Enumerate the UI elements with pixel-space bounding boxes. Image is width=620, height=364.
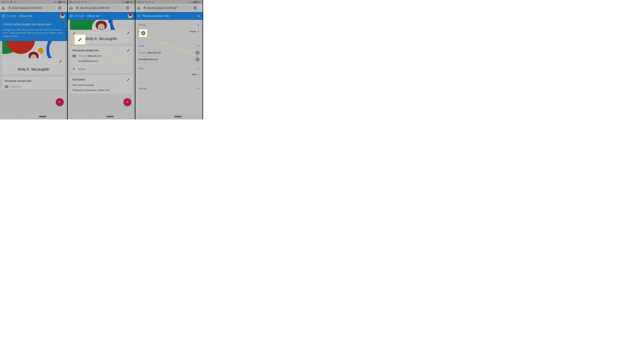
close-icon[interactable]	[137, 14, 140, 17]
remove-email-icon[interactable]	[196, 58, 199, 61]
ok-button[interactable]: OK	[197, 15, 201, 17]
battery-icon	[127, 1, 128, 3]
add-email-icon[interactable]: +	[197, 44, 199, 48]
status-battery: 56%	[62, 1, 65, 3]
email-input-2[interactable]: Email@email.com	[139, 58, 196, 61]
education-item: Polytechnic University of New York	[73, 89, 110, 92]
notif-dots-icon: •••	[6, 1, 9, 3]
url-bar[interactable]: aboutme.google.com/#Email=	[7, 5, 57, 11]
lock-icon	[9, 7, 11, 9]
fab-add-button[interactable]: +	[124, 98, 131, 106]
edit-contact-icon[interactable]	[126, 48, 131, 53]
lock-icon	[73, 67, 75, 71]
remove-email-icon[interactable]	[196, 51, 199, 55]
status-bar: 9:51 ••• 47° ••• ▼ 49%	[135, 0, 202, 4]
overflow-menu-icon[interactable]: ⋮	[63, 7, 66, 9]
battery-icon	[195, 1, 196, 3]
tab-count[interactable]: 42	[58, 6, 62, 10]
url-bar[interactable]: aboutme.google.com/#Email=	[142, 5, 192, 11]
add-chat-icon[interactable]: +	[197, 66, 199, 71]
home-icon[interactable]	[69, 6, 73, 10]
app-header: Google About me	[0, 12, 67, 20]
url-bar[interactable]: aboutme.google.com/#Email=	[74, 5, 124, 11]
edit-name-icon[interactable]	[126, 31, 131, 35]
hero-description: Changes you make here may show up with c…	[3, 28, 64, 38]
browser-toolbar: aboutme.google.com/#Email= 43 ⋮	[68, 4, 135, 12]
content-area: Control what people see about you Change…	[0, 20, 67, 114]
about-me-title: About me	[19, 14, 32, 18]
contact-info-card[interactable]: Personal contact info xxxxxxxxx	[2, 76, 65, 89]
edit-header: Personal contact info OK	[135, 12, 202, 20]
url-text: aboutme.google.com/#Email=	[12, 7, 42, 9]
nav-bar: ‹	[0, 114, 67, 120]
panel-1: 9:26 ••• 48° ••• ▼ 56% aboutme.google.co…	[0, 0, 68, 120]
status-bar: 9:51 ••• 47° ••• ▼ 49%	[68, 0, 135, 4]
nav-bar: ‹	[68, 114, 135, 120]
add-phone-icon[interactable]: +	[197, 23, 199, 27]
chevron-down-icon	[198, 31, 199, 32]
google-logo: Google	[75, 14, 84, 18]
home-icon[interactable]	[137, 6, 140, 10]
hamburger-icon[interactable]	[2, 15, 5, 17]
edit-form: Phone + Home Email + xxxxxxxx@gmail.com	[135, 20, 202, 114]
name-card: Molly K. McLaughlin	[70, 30, 133, 44]
status-time: 9:51	[69, 1, 73, 3]
overflow-menu-icon[interactable]: ⋮	[198, 7, 201, 9]
chat-label: Chat	[139, 67, 143, 70]
hidden-label: Hidden	[78, 68, 86, 71]
signal-icon	[124, 1, 126, 3]
url-text: aboutme.google.com/#Email=	[80, 7, 110, 9]
home-pill[interactable]	[174, 116, 182, 118]
email-section: Email + xxxxxxxx@gmail.com Email@email.c…	[135, 41, 202, 63]
panel-2: 9:51 ••• 47° ••• ▼ 49% aboutme.google.co…	[68, 0, 135, 120]
overflow-menu-icon[interactable]: ⋮	[131, 7, 133, 9]
contact-info-title: Personal contact info	[70, 46, 133, 53]
status-bar: 9:26 ••• 48° ••• ▼ 56%	[0, 0, 67, 4]
cover-art	[70, 20, 133, 30]
back-button[interactable]: ‹	[89, 115, 90, 118]
app-header: Google About me	[68, 12, 135, 20]
about-me-title: About me	[87, 14, 100, 18]
visibility-row[interactable]: Hidden	[70, 65, 133, 73]
remove-phone-icon[interactable]	[139, 30, 142, 33]
cover-art	[2, 41, 65, 58]
back-button[interactable]: ‹	[156, 115, 157, 118]
hero-heading: Control what people see about you	[3, 22, 64, 26]
tab-count[interactable]: 43	[193, 6, 197, 10]
email-blurred: xxxxxxxxx	[11, 85, 21, 88]
signal-icon	[192, 1, 194, 3]
sync-icon	[82, 1, 83, 3]
profile-name: Molly K. McLaughlin	[18, 67, 49, 71]
account-avatar[interactable]	[128, 13, 133, 18]
fab-add-button[interactable]: +	[56, 98, 64, 106]
notif-dots-icon: •••	[84, 1, 87, 3]
url-text: aboutme.google.com/#Email=	[147, 7, 177, 9]
tab-count[interactable]: 43	[126, 6, 129, 10]
education-title: Education	[70, 75, 133, 83]
home-pill[interactable]	[107, 116, 114, 118]
profile-avatar[interactable]	[92, 20, 110, 30]
phone-section: Phone + Home	[135, 20, 202, 41]
account-avatar[interactable]	[60, 13, 65, 18]
back-button[interactable]: ‹	[21, 115, 22, 118]
chevron-down-icon	[198, 74, 199, 75]
wifi-icon: ▼	[189, 1, 191, 3]
home-pill[interactable]	[39, 116, 46, 118]
status-battery: 49%	[129, 1, 133, 3]
education-item: New York University	[73, 84, 94, 87]
profile-name: Molly K. McLaughlin	[85, 37, 117, 41]
browser-toolbar: aboutme.google.com/#Email= 43 ⋮	[135, 4, 202, 12]
home-icon[interactable]	[1, 6, 5, 10]
edit-education-icon[interactable]	[126, 77, 131, 82]
add-address-icon[interactable]: +	[197, 86, 199, 91]
notif-dots-icon: •••	[14, 1, 16, 3]
phone-type-dropdown[interactable]: Home	[189, 30, 199, 33]
sync-icon	[149, 1, 151, 3]
hamburger-icon[interactable]	[70, 15, 73, 17]
education-card: Education New York University Polytechni…	[70, 75, 133, 94]
edit-name-icon[interactable]	[58, 59, 63, 63]
edit-cover-icon[interactable]	[72, 31, 77, 35]
panel-3: 9:51 ••• 47° ••• ▼ 49% aboutme.google.co…	[135, 0, 203, 120]
email-input-1[interactable]: xxxxxxxx@gmail.com	[139, 51, 196, 54]
chat-type-dropdown[interactable]: AIM	[192, 73, 199, 76]
